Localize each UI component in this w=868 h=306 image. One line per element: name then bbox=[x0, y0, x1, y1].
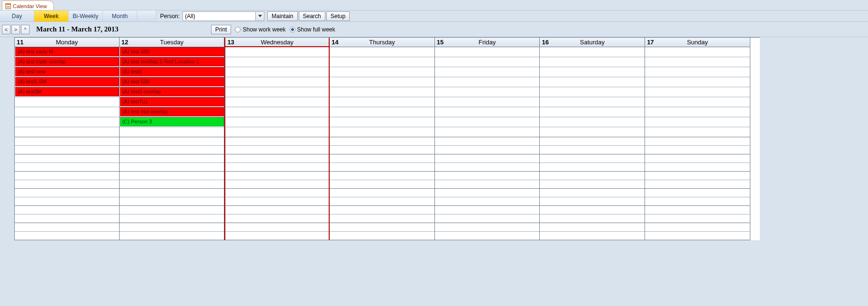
search-button[interactable]: Search bbox=[299, 11, 325, 21]
person-select[interactable]: (All) bbox=[182, 11, 264, 21]
time-slot[interactable] bbox=[15, 232, 119, 240]
time-slot[interactable] bbox=[120, 180, 224, 189]
time-slot[interactable] bbox=[225, 172, 329, 180]
time-slot[interactable] bbox=[540, 137, 645, 146]
time-slot[interactable] bbox=[15, 197, 119, 206]
time-slot[interactable] bbox=[540, 77, 645, 87]
time-slot[interactable] bbox=[435, 223, 540, 232]
time-slot[interactable] bbox=[330, 97, 434, 107]
time-slot[interactable] bbox=[540, 107, 645, 117]
time-slot[interactable] bbox=[330, 206, 434, 214]
time-slot[interactable] bbox=[120, 163, 224, 172]
time-slot[interactable] bbox=[225, 189, 329, 197]
calendar-event[interactable]: (A) test mid overlap bbox=[120, 107, 224, 116]
time-slot[interactable] bbox=[15, 223, 119, 232]
time-slot[interactable] bbox=[435, 154, 540, 163]
time-slot[interactable] bbox=[435, 127, 540, 137]
time-slot[interactable] bbox=[540, 154, 645, 163]
time-slot[interactable] bbox=[330, 163, 434, 172]
time-slot[interactable] bbox=[540, 180, 645, 189]
time-slot[interactable] bbox=[645, 206, 750, 214]
time-slot[interactable] bbox=[435, 117, 540, 127]
time-slot[interactable] bbox=[435, 214, 540, 223]
time-slot[interactable] bbox=[15, 107, 119, 117]
time-slot[interactable]: (A) test2 overlap bbox=[120, 87, 224, 97]
time-slot[interactable] bbox=[435, 137, 540, 146]
time-slot[interactable]: (C) Person 3 bbox=[120, 117, 224, 127]
calendar-event[interactable]: (A) testTu1 bbox=[120, 97, 224, 106]
time-slot[interactable] bbox=[540, 214, 645, 223]
time-slot[interactable] bbox=[645, 189, 750, 197]
radio-full-week[interactable]: Show full week bbox=[290, 26, 335, 33]
time-slot[interactable] bbox=[330, 146, 434, 154]
time-slot[interactable] bbox=[435, 107, 540, 117]
time-slot[interactable] bbox=[435, 87, 540, 97]
time-slot[interactable] bbox=[15, 206, 119, 214]
time-slot[interactable]: (A) test 530 bbox=[120, 77, 224, 87]
time-slot[interactable] bbox=[225, 137, 329, 146]
time-slot[interactable] bbox=[540, 197, 645, 206]
time-slot[interactable] bbox=[645, 223, 750, 232]
time-slot[interactable] bbox=[330, 137, 434, 146]
time-slot[interactable] bbox=[330, 223, 434, 232]
maintain-button[interactable]: Maintain bbox=[267, 11, 297, 21]
time-slot[interactable] bbox=[225, 57, 329, 67]
time-slot[interactable] bbox=[540, 206, 645, 214]
calendar-event[interactable]: (A) test 530 bbox=[120, 77, 224, 86]
time-slot[interactable] bbox=[645, 87, 750, 97]
time-slot[interactable] bbox=[330, 127, 434, 137]
time-slot[interactable] bbox=[435, 180, 540, 189]
time-slot[interactable] bbox=[540, 97, 645, 107]
time-slot[interactable] bbox=[225, 117, 329, 127]
day-header-wednesday[interactable]: 13Wednesday bbox=[224, 38, 330, 47]
time-slot[interactable] bbox=[330, 154, 434, 163]
time-slot[interactable] bbox=[120, 154, 224, 163]
time-slot[interactable] bbox=[645, 172, 750, 180]
time-slot[interactable] bbox=[435, 47, 540, 57]
time-slot[interactable] bbox=[645, 57, 750, 67]
time-slot[interactable] bbox=[330, 232, 434, 240]
time-slot[interactable] bbox=[330, 67, 434, 77]
time-slot[interactable] bbox=[225, 47, 329, 57]
time-slot[interactable] bbox=[15, 97, 119, 107]
time-slot[interactable] bbox=[225, 223, 329, 232]
time-slot[interactable]: (A) test mid overlap bbox=[120, 107, 224, 117]
time-slot[interactable] bbox=[225, 180, 329, 189]
doc-tab-calendar[interactable]: Calendar View bbox=[2, 0, 54, 10]
time-slot[interactable] bbox=[645, 117, 750, 127]
time-slot[interactable] bbox=[225, 206, 329, 214]
time-slot[interactable] bbox=[15, 189, 119, 197]
time-slot[interactable] bbox=[15, 154, 119, 163]
time-slot[interactable] bbox=[225, 214, 329, 223]
radio-work-week[interactable]: Show work week bbox=[235, 26, 285, 33]
time-slot[interactable] bbox=[15, 127, 119, 137]
time-slot[interactable] bbox=[540, 57, 645, 67]
time-slot[interactable] bbox=[120, 172, 224, 180]
time-slot[interactable] bbox=[540, 127, 645, 137]
time-slot[interactable] bbox=[330, 197, 434, 206]
mode-day[interactable]: Day bbox=[0, 10, 34, 21]
time-slot[interactable] bbox=[435, 146, 540, 154]
time-slot[interactable] bbox=[435, 172, 540, 180]
setup-button[interactable]: Setup bbox=[326, 11, 350, 21]
time-slot[interactable] bbox=[15, 137, 119, 146]
prev-button[interactable]: < bbox=[2, 25, 10, 34]
time-slot[interactable] bbox=[330, 57, 434, 67]
day-header-friday[interactable]: 15Friday bbox=[435, 38, 540, 47]
time-slot[interactable] bbox=[120, 189, 224, 197]
time-slot[interactable] bbox=[645, 77, 750, 87]
time-slot[interactable] bbox=[120, 127, 224, 137]
time-slot[interactable] bbox=[645, 180, 750, 189]
time-slot[interactable] bbox=[225, 107, 329, 117]
time-slot[interactable]: (A) test early M bbox=[15, 47, 119, 57]
time-slot[interactable] bbox=[540, 172, 645, 180]
day-header-tuesday[interactable]: 12Tuesday bbox=[120, 38, 225, 47]
time-slot[interactable] bbox=[645, 47, 750, 57]
time-slot[interactable] bbox=[540, 67, 645, 77]
calendar-event[interactable]: (A) test5 bbox=[120, 67, 224, 76]
time-slot[interactable] bbox=[540, 232, 645, 240]
time-slot[interactable] bbox=[645, 107, 750, 117]
time-slot[interactable] bbox=[330, 107, 434, 117]
time-slot[interactable] bbox=[225, 97, 329, 107]
time-slot[interactable] bbox=[435, 163, 540, 172]
